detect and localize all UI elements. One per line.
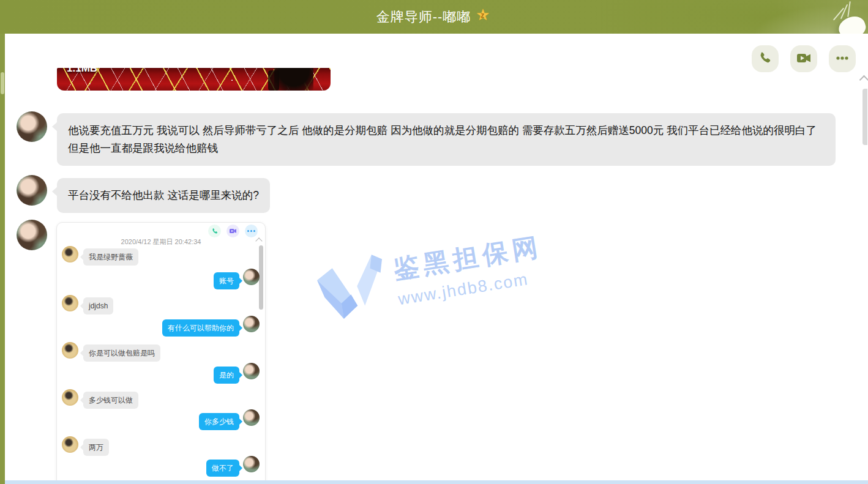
message-text: 平台没有不给他出款 这话是哪里来说的? — [68, 189, 259, 201]
avatar — [62, 342, 78, 359]
watermark-site-url: www.jhdb8.com — [397, 267, 548, 309]
avatar — [243, 456, 260, 472]
screenshot-message-row: 做不了 — [57, 456, 265, 477]
avatar — [62, 295, 78, 311]
scroll-up-arrow[interactable] — [859, 75, 868, 85]
avatar — [62, 436, 78, 453]
screenshot-message-row: jdjdsh — [57, 295, 265, 316]
watermark-site-name: 鉴黑担保网 — [391, 229, 545, 287]
message-text: 多少钱可以做 — [83, 392, 138, 409]
phone-icon — [758, 51, 773, 67]
avatar — [243, 269, 260, 285]
screenshot-message-row: 账号 — [57, 269, 265, 289]
screenshot-message-row: 多少钱可以做 — [57, 389, 265, 410]
message-bubble: 平台没有不给他出款 这话是哪里来说的? — [57, 178, 270, 213]
message-text: 做不了 — [206, 460, 239, 477]
site-watermark: 鉴黑担保网 www.jhdb8.com — [310, 215, 588, 332]
screenshot-message-row: 你是可以做包赔是吗 — [57, 342, 265, 363]
video-camera-icon — [796, 50, 812, 68]
bottom-edge-strip — [5, 480, 868, 484]
screenshot-message-row: 你多少钱 — [57, 409, 265, 430]
avatar — [243, 316, 260, 332]
left-scroll-strip[interactable] — [0, 34, 5, 484]
image-size-label: 1.1MB — [67, 68, 97, 75]
flower-stem — [847, 1, 851, 17]
chat-panel: 1.1MB 他说要充值五万元 我说可以 然后导师带亏了之后 他做的是分期包赔 因… — [5, 34, 868, 484]
contact-name: 金牌导师--嘟嘟 — [376, 8, 471, 26]
screenshot-toolbar — [208, 225, 258, 237]
watermark-check-logo — [310, 246, 393, 332]
screenshot-message-row: 是的 — [57, 363, 265, 384]
avatar — [243, 409, 260, 426]
video-call-button[interactable] — [790, 45, 817, 72]
avatar — [243, 363, 260, 379]
message-text: 你多少钱 — [199, 413, 239, 430]
avatar — [62, 246, 78, 262]
screenshot-message-row: 我是绿野蔷薇 — [57, 246, 265, 267]
message-text: 我是绿野蔷薇 — [83, 248, 138, 266]
more-options-button[interactable] — [829, 45, 856, 72]
page-title: 金牌导师--嘟嘟 ★ z — [376, 8, 492, 26]
avatar[interactable] — [17, 220, 47, 250]
screenshot-attachment[interactable]: 2020/4/12 星期日 20:42:34 我是绿野蔷薇 账号 jdjdsh … — [56, 222, 266, 484]
image-figure — [274, 68, 313, 91]
phone-icon — [208, 225, 221, 237]
message-text: 有什么可以帮助你的 — [162, 319, 239, 337]
call-toolbar — [752, 45, 856, 72]
message-text: 两万 — [83, 439, 109, 456]
more-ellipsis-icon — [834, 50, 850, 68]
avatar[interactable] — [17, 111, 47, 142]
video-camera-icon — [226, 225, 239, 237]
voice-call-button[interactable] — [752, 45, 779, 72]
message-text: 你是可以做包赔是吗 — [83, 344, 160, 362]
chat-window: 金牌导师--嘟嘟 ★ z — [0, 0, 868, 484]
main-scrollbar-thumb[interactable] — [862, 89, 867, 145]
star-z-icon: ★ z — [476, 9, 492, 25]
image-attachment[interactable]: 1.1MB — [57, 68, 331, 91]
avatar — [62, 389, 78, 406]
left-scrollbar-thumb[interactable] — [1, 72, 4, 94]
message-text: jdjdsh — [83, 297, 113, 315]
avatar[interactable] — [17, 175, 47, 206]
more-ellipsis-icon — [245, 225, 258, 237]
header-bar: 金牌导师--嘟嘟 ★ z — [0, 0, 868, 34]
message-bubble: 他说要充值五万元 我说可以 然后导师带亏了之后 他做的是分期包赔 因为他做的就是… — [57, 113, 836, 166]
message-text: 账号 — [214, 272, 239, 289]
image-figure — [268, 70, 279, 91]
screenshot-date: 2020/4/12 星期日 20:42:34 — [57, 237, 265, 247]
screenshot-message-row: 两万 — [57, 436, 265, 457]
screenshot-message-row: 有什么可以帮助你的 — [57, 316, 265, 337]
message-text: 是的 — [214, 367, 239, 384]
message-text: 他说要充值五万元 我说可以 然后导师带亏了之后 他做的是分期包赔 因为他做的就是… — [68, 124, 817, 154]
